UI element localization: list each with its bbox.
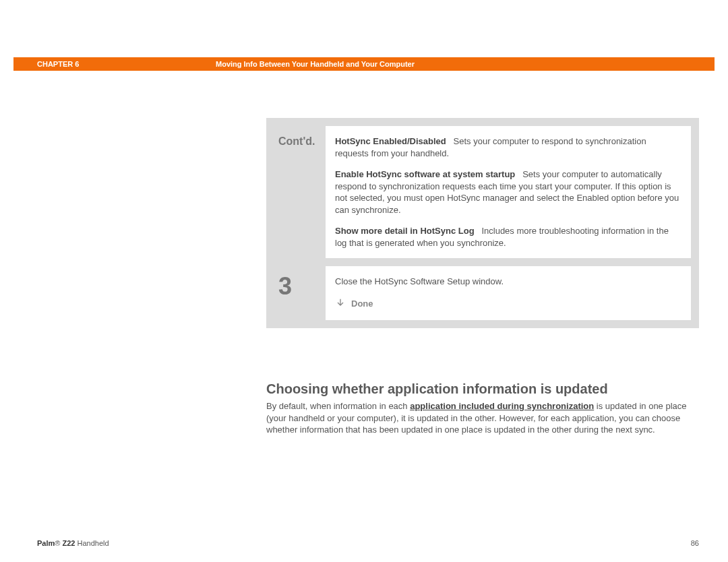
footer-page-number: 86 <box>691 539 699 547</box>
contd-para-2-bold: Enable HotSync software at system startu… <box>335 169 515 179</box>
footer-rest: Handheld <box>75 539 109 547</box>
step-contd-row: Cont'd. HotSync Enabled/Disabled Sets yo… <box>274 126 691 258</box>
step-3-body: Close the HotSync Software Setup window.… <box>326 266 691 320</box>
step-3-row: 3 Close the HotSync Software Setup windo… <box>274 266 691 320</box>
done-label: Done <box>351 298 373 310</box>
contd-para-2: Enable HotSync software at system startu… <box>335 168 681 216</box>
step-contd-body: HotSync Enabled/Disabled Sets your compu… <box>326 126 691 258</box>
footer-product: Palm® Z22 Handheld <box>37 539 109 547</box>
down-arrow-icon <box>335 297 346 311</box>
step-3-label: 3 <box>274 266 326 320</box>
step-contd-label: Cont'd. <box>274 126 326 258</box>
chapter-title: Moving Info Between Your Handheld and Yo… <box>216 60 415 68</box>
instruction-box: Cont'd. HotSync Enabled/Disabled Sets yo… <box>266 118 699 328</box>
chapter-label: CHAPTER 6 <box>13 60 79 68</box>
contd-para-1-bold: HotSync Enabled/Disabled <box>335 136 446 146</box>
section-para-before: By default, when information in each <box>266 401 410 411</box>
page-header-bar: CHAPTER 6 Moving Info Between Your Handh… <box>13 57 715 71</box>
done-row: Done <box>335 297 681 311</box>
footer-brand: Palm <box>37 539 55 547</box>
section-para-link[interactable]: application included during synchronizat… <box>410 401 594 411</box>
contd-para-1: HotSync Enabled/Disabled Sets your compu… <box>335 135 681 159</box>
row-gap <box>274 258 691 266</box>
contd-para-3-bold: Show more detail in HotSync Log <box>335 226 475 236</box>
step-3-text: Close the HotSync Software Setup window. <box>335 276 681 288</box>
footer-model: Z22 <box>60 539 75 547</box>
page-footer: Palm® Z22 Handheld 86 <box>37 539 699 547</box>
contd-para-3: Show more detail in HotSync Log Includes… <box>335 225 681 249</box>
section-heading: Choosing whether application information… <box>266 381 608 397</box>
section-paragraph: By default, when information in each app… <box>266 400 699 436</box>
